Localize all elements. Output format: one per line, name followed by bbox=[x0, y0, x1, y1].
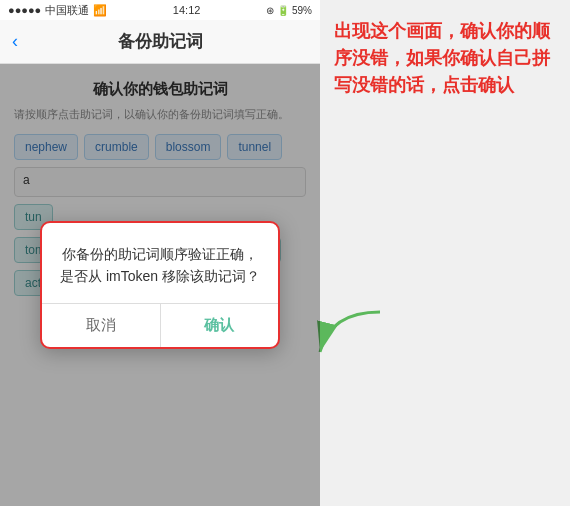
back-button[interactable]: ‹ bbox=[12, 31, 18, 52]
nav-title: 备份助记词 bbox=[118, 30, 203, 53]
signal-dots: ●●●●● bbox=[8, 4, 41, 16]
dialog-ok-button[interactable]: 确认 bbox=[161, 304, 279, 347]
dialog-buttons: 取消 确认 bbox=[42, 303, 278, 347]
arrow-icon bbox=[310, 302, 390, 362]
annotation-text: 出现这个画面，确认你的顺序没错，如果你确认自己拼写没错的话，点击确认 bbox=[334, 18, 556, 99]
arrow-container bbox=[310, 302, 390, 366]
wifi-icon: 📶 bbox=[93, 4, 107, 17]
carrier: 中国联通 bbox=[45, 3, 89, 18]
phone-frame: ●●●●● 中国联通 📶 14:12 ⊛ 🔋 59% ‹ 备份助记词 确认你的钱… bbox=[0, 0, 320, 506]
battery-icon: 🔋 bbox=[277, 5, 289, 16]
status-left: ●●●●● 中国联通 📶 bbox=[8, 3, 107, 18]
status-right: ⊛ 🔋 59% bbox=[266, 5, 312, 16]
annotation-panel: 出现这个画面，确认你的顺序没错，如果你确认自己拼写没错的话，点击确认 bbox=[320, 0, 570, 506]
battery-percent: 59% bbox=[292, 5, 312, 16]
dialog-cancel-button[interactable]: 取消 bbox=[42, 304, 161, 347]
time: 14:12 bbox=[173, 4, 201, 16]
dialog-text: 你备份的助记词顺序验证正确，是否从 imToken 移除该助记词？ bbox=[58, 243, 262, 288]
dialog-overlay: 你备份的助记词顺序验证正确，是否从 imToken 移除该助记词？ 取消 确认 bbox=[0, 64, 320, 506]
content-area: 确认你的钱包助记词 请按顺序点击助记词，以确认你的备份助记词填写正确。 neph… bbox=[0, 64, 320, 506]
dialog-box: 你备份的助记词顺序验证正确，是否从 imToken 移除该助记词？ 取消 确认 bbox=[40, 221, 280, 350]
status-bar: ●●●●● 中国联通 📶 14:12 ⊛ 🔋 59% bbox=[0, 0, 320, 20]
nav-bar: ‹ 备份助记词 bbox=[0, 20, 320, 64]
bluetooth-icon: ⊛ bbox=[266, 5, 274, 16]
